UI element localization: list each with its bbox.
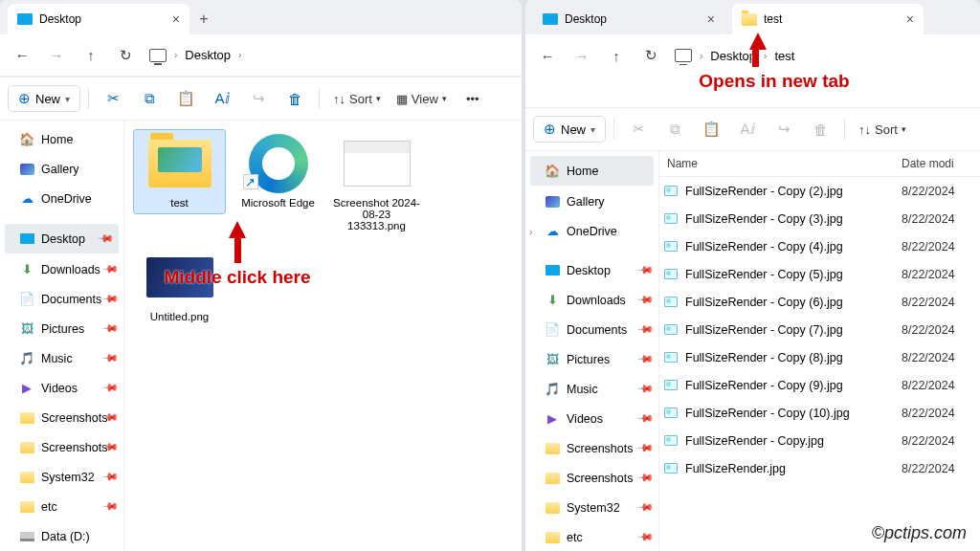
crumb-desktop[interactable]: Desktop [185,48,231,62]
breadcrumb-bar[interactable]: › Desktop › test [671,49,794,63]
nav-item-etc[interactable]: etc📌 [0,492,123,521]
sort-button[interactable]: ↑↓ Sort ▾ [327,83,387,114]
nav-item-home[interactable]: 🏠Home [0,124,123,154]
up-button[interactable]: ↑ [77,41,105,70]
grid-item-edge[interactable]: ↗Microsoft Edge [233,130,323,213]
file-row[interactable]: FullSizeRender - Copy (6).jpg8/22/2024 [659,288,980,316]
file-row[interactable]: FullSizeRender.jpg8/22/2024 [659,454,980,482]
crumb-test[interactable]: test [774,49,794,63]
tab-desktop[interactable]: Desktop × [533,4,724,34]
folder-icon [545,500,560,516]
new-button[interactable]: ⊕ New ▾ [8,85,80,112]
watermark: ©pctips.com [872,523,967,543]
rename-button[interactable]: Aⅈ [731,114,764,144]
nav-item-videos[interactable]: ▶Videos📌 [0,373,123,403]
nav-item-desktop[interactable]: Desktop📌 [525,255,658,285]
nav-item-screenshots[interactable]: Screenshots📌 [525,463,658,493]
nav-item-gallery[interactable]: Gallery [525,187,658,216]
new-button[interactable]: ⊕ New ▾ [533,116,606,143]
paste-button[interactable]: 📋 [169,83,202,114]
nav-item-screenshots[interactable]: Screenshots📌 [0,432,123,462]
paste-button[interactable]: 📋 [695,114,727,144]
add-tab-button[interactable]: + [189,4,218,34]
nav-item-screenshots[interactable]: Screenshots📌 [525,433,658,463]
nav-item-documents[interactable]: 📄Documents📌 [525,315,658,344]
nav-label: Gallery [567,195,605,209]
more-button[interactable]: ••• [457,83,489,114]
back-button[interactable]: ← [533,41,562,70]
tab-desktop[interactable]: Desktop × [8,4,189,34]
nav-item-downloads[interactable]: ⬇Downloads📌 [0,254,123,284]
pin-icon: 📌 [100,379,119,397]
refresh-button[interactable]: ↻ [111,41,140,70]
tab-test[interactable]: test × [732,4,924,34]
nav-row: ← → ↑ ↻ › Desktop › [0,34,522,77]
grid-item-folder[interactable]: test [134,130,225,213]
nav-item-desktop[interactable]: Desktop📌 [5,224,119,253]
music-icon: 🎵 [545,382,560,397]
back-button[interactable]: ← [8,41,36,70]
up-button[interactable]: ↑ [602,41,631,70]
copy-button[interactable]: ⧉ [658,114,691,144]
file-row[interactable]: FullSizeRender - Copy (10).jpg8/22/2024 [659,399,980,427]
copy-button[interactable]: ⧉ [133,83,166,114]
file-name: FullSizeRender - Copy (10).jpg [685,407,902,420]
nav-item-downloads[interactable]: ⬇Downloads📌 [525,285,658,315]
nav-item-music[interactable]: 🎵Music📌 [525,374,658,404]
refresh-button[interactable]: ↻ [636,41,665,70]
view-button[interactable]: ▦ View ▾ [390,83,453,114]
forward-button[interactable]: → [568,41,596,70]
sort-button[interactable]: ↑↓ Sort ▾ [853,114,912,144]
file-row[interactable]: FullSizeRender - Copy (2).jpg8/22/2024 [659,177,980,205]
folder-icon [545,530,560,545]
share-button[interactable]: ↪ [242,83,275,114]
file-row[interactable]: FullSizeRender - Copy (3).jpg8/22/2024 [659,205,980,232]
file-row[interactable]: FullSizeRender - Copy (5).jpg8/22/2024 [659,260,980,288]
rename-button[interactable]: Aⅈ [206,83,238,114]
grid-item-screenshot[interactable]: Screenshot 2024-08-23 133313.png [331,130,422,236]
nav-item-pictures[interactable]: 🖼Pictures📌 [525,344,658,374]
column-date[interactable]: Date modi [902,157,976,170]
doc-icon: 📄 [545,322,560,338]
nav-item-data--d--[interactable]: Data (D:) [0,521,123,551]
content-pane[interactable]: Name Date modi FullSizeRender - Copy (2)… [659,151,980,551]
nav-item-home[interactable]: 🏠Home [530,156,654,186]
delete-button[interactable]: 🗑 [804,114,836,144]
chevron-right-icon[interactable]: › [529,226,533,237]
nav-item-documents[interactable]: 📄Documents📌 [0,284,123,314]
image-thumbnail [142,249,218,306]
file-row[interactable]: FullSizeRender - Copy.jpg8/22/2024 [659,427,980,454]
nav-item-etc[interactable]: etc📌 [525,522,658,551]
close-tab-icon[interactable]: × [172,11,180,27]
doc-icon: 📄 [19,292,34,307]
grid-item-untitled[interactable]: Untitled.png [134,244,225,327]
forward-button[interactable]: → [42,41,71,70]
pin-icon: 📌 [635,409,654,428]
nav-item-system32[interactable]: System32📌 [525,493,658,522]
file-row[interactable]: FullSizeRender - Copy (8).jpg8/22/2024 [659,343,980,371]
share-button[interactable]: ↪ [768,114,800,144]
nav-item-onedrive[interactable]: ›☁OneDrive [525,216,658,246]
close-tab-icon[interactable]: × [906,11,914,27]
nav-item-videos[interactable]: ▶Videos📌 [525,404,658,433]
nav-item-onedrive[interactable]: ☁OneDrive [0,184,123,213]
column-name[interactable]: Name [663,157,902,170]
breadcrumb-bar[interactable]: › Desktop › [145,48,241,62]
nav-item-screenshots[interactable]: Screenshots📌 [0,403,123,432]
file-row[interactable]: FullSizeRender - Copy (4).jpg8/22/2024 [659,232,980,260]
nav-item-music[interactable]: 🎵Music📌 [0,343,123,373]
delete-button[interactable]: 🗑 [278,83,311,114]
nav-item-pictures[interactable]: 🖼Pictures📌 [0,314,123,343]
cut-button[interactable]: ✂ [97,83,129,114]
file-row[interactable]: FullSizeRender - Copy (7).jpg8/22/2024 [659,316,980,343]
crumb-desktop[interactable]: Desktop [710,49,756,63]
nav-item-system32[interactable]: System32📌 [0,462,123,492]
nav-item-gallery[interactable]: Gallery [0,154,123,184]
content-pane[interactable]: test↗Microsoft EdgeScreenshot 2024-08-23… [124,121,522,551]
file-row[interactable]: FullSizeRender - Copy (9).jpg8/22/2024 [659,371,980,399]
file-date: 8/22/2024 [902,185,976,198]
pin-icon: 📌 [100,468,119,486]
close-tab-icon[interactable]: × [707,11,715,27]
cut-button[interactable]: ✂ [622,114,655,144]
nav-row: ← → ↑ ↻ › Desktop › test [525,34,980,77]
